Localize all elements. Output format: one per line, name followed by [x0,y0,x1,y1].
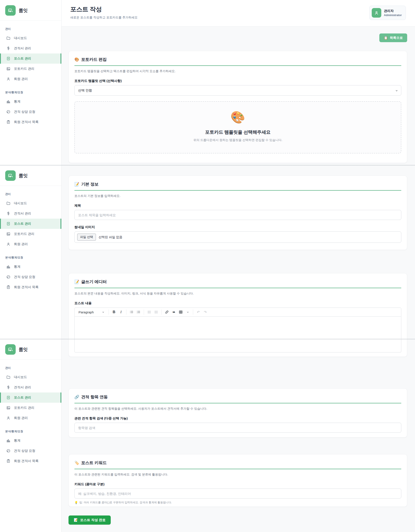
template-select-value: 선택 안함 [78,88,92,93]
redo-button[interactable]: ↷ [202,309,208,315]
template-select-label: 포토카드 템플릿 선택 (선택사항) [74,79,401,83]
keywords-card: 🏷️ 포스트 키워드 이 포스트와 관련된 키워드를 입력하세요. 검색 및 분… [69,454,407,507]
template-empty-hint: 위의 드롭다운에서 원하는 템플릿을 선택하면 편집할 수 있습니다. [79,138,396,142]
link-button[interactable] [164,309,170,315]
estimate-icon [6,46,10,51]
sidebar-nav: 관리 대시보드 견적서 관리 포스트 관리 포토카드 관리 [0,186,61,294]
sidebar-item-members[interactable]: 회원 관리 [0,239,61,249]
sidebar-item-label: 대시보드 [14,201,27,205]
sidebar-item-label: 회원 관리 [14,77,28,81]
sidebar-item-stats[interactable]: 통계 [0,96,61,107]
template-select[interactable]: 선택 안함 [74,85,401,96]
card-accent-underline [74,403,401,403]
photocard-icon [6,406,10,410]
sidebar-item-consult-requests[interactable]: 견적 상담 요청 [0,446,61,456]
keywords-description: 이 포스트와 관련된 키워드를 입력하세요. 검색 및 분류에 활용됩니다. [74,473,401,476]
file-status-text: 선택된 파일 없음 [99,235,122,239]
sidebar-item-label: 포스트 관리 [14,57,31,61]
memo-icon: 📝 [74,279,79,284]
card-accent-underline [74,469,401,469]
sidebar-item-estimates[interactable]: 견적서 관리 [0,209,61,219]
submit-post-button[interactable]: 📝 포스트 작성 완료 [69,515,111,525]
card-accent-underline [74,66,401,66]
lightbulb-icon: 💡 [74,501,78,504]
basic-info-card: 📝 기본 정보 포스트의 기본 정보를 입력하세요. 제목 썸네일 이미지 파일… [69,176,407,250]
page-header: 포스트 작성 새로운 포스트를 작성하고 포토카드를 추가하세요 관리자 Adm… [61,0,415,27]
photocard-icon [6,67,10,71]
sidebar-item-posts[interactable]: 포스트 관리 [0,219,61,229]
photocard-editor-card: 🎨 포토카드 편집 포토카드 템플릿을 선택하고 텍스트를 편집하여 시각적 요… [69,51,407,163]
insert-table-button[interactable] [178,309,184,315]
sidebar-item-label: 포스트 관리 [14,396,31,400]
table-options-chevron-icon[interactable] [184,309,191,315]
undo-button[interactable]: ↶ [195,309,202,315]
sidebar-item-member-estimates[interactable]: 회원 견적서 목록 [0,456,61,466]
toolbar-separator [126,309,126,315]
sidebar-item-estimates[interactable]: 견적서 관리 [0,43,61,53]
toolbar-separator [193,309,193,315]
thumbnail-label: 썸네일 이미지 [74,225,401,229]
outdent-button[interactable] [146,309,152,315]
bold-button[interactable]: B [111,309,117,315]
stats-icon [6,100,10,104]
sidebar-item-dashboard[interactable]: 대시보드 [0,33,61,43]
estimate-search-input[interactable] [74,423,401,433]
sidebar-item-stats[interactable]: 통계 [0,262,61,272]
brand-logo-row: 룸잇 [0,339,61,360]
screenshot-stitch-seam [0,165,415,166]
palette-large-icon: 🎨 [79,111,396,123]
basic-info-description: 포스트의 기본 정보를 입력하세요. [74,194,401,198]
nav-section-label-analytics: 분석/통계/요청 [0,252,61,262]
page-title: 포스트 작성 [70,5,406,13]
sidebar-item-photocards[interactable]: 포토카드 관리 [0,403,61,413]
sidebar-item-dashboard[interactable]: 대시보드 [0,372,61,382]
consult-icon [6,449,10,453]
post-title-label: 제목 [74,204,401,208]
sidebar-item-members[interactable]: 회원 관리 [0,74,61,84]
brand-name: 룸잇 [19,346,28,352]
sidebar-item-photocards[interactable]: 포토카드 관리 [0,64,61,74]
sidebar-item-member-estimates[interactable]: 회원 견적서 목록 [0,117,61,127]
indent-button[interactable] [153,309,159,315]
back-to-list-button[interactable]: 📋 목록으로 [379,33,407,42]
editor-card-title: 📝 글쓰기 에디터 [74,279,401,285]
basic-info-card-title: 📝 기본 정보 [74,181,401,187]
sidebar-item-label: 통계 [14,438,20,443]
sidebar-item-label: 대시보드 [14,375,27,379]
app-root: 룸잇 관리 대시보드 견적서 관리 포스트 관리 포토카드 관리 [0,0,415,532]
admin-user-badge[interactable]: 관리자 Administrator [369,6,406,20]
admin-name: 관리자 [384,9,402,13]
thumbnail-file-field: 파일 선택 선택된 파일 없음 [74,231,401,243]
sidebar-item-consult-requests[interactable]: 견적 상담 요청 [0,107,61,117]
memo-icon: 📝 [74,518,78,522]
sidebar-item-members[interactable]: 회원 관리 [0,413,61,423]
admin-role: Administrator [384,14,402,17]
keywords-input[interactable] [74,489,401,499]
writing-editor-card: 📝 글쓰기 에디터 포스트의 본문 내용을 작성하세요. 이미지, 링크, 서식… [69,273,407,357]
file-select-button[interactable]: 파일 선택 [77,234,96,241]
post-content-label: 포스트 내용 [74,301,401,305]
sidebar-item-photocards[interactable]: 포토카드 관리 [0,229,61,239]
post-title-input[interactable] [74,210,401,220]
italic-button[interactable]: I [118,309,124,315]
sidebar-item-estimates[interactable]: 견적서 관리 [0,382,61,392]
brand-logo-row: 룸잇 [0,165,61,186]
sidebar-item-label: 회원 관리 [14,242,28,246]
bullet-list-button[interactable] [128,309,135,315]
blockquote-button[interactable]: ❝ [170,309,177,315]
sidebar-item-label: 포토카드 관리 [14,67,34,71]
sidebar-item-posts[interactable]: 포스트 관리 [0,392,61,403]
keywords-card-title: 🏷️ 포스트 키워드 [74,460,401,466]
template-empty-title: 포토카드 템플릿을 선택해주세요 [79,129,396,135]
sidebar-item-stats[interactable]: 통계 [0,436,61,446]
brand-logo-icon [5,5,16,16]
numbered-list-button[interactable]: 12 [135,309,142,315]
sidebar-item-member-estimates[interactable]: 회원 견적서 목록 [0,282,61,292]
sidebar-item-consult-requests[interactable]: 견적 상담 요청 [0,272,61,282]
paragraph-style-dropdown[interactable]: Paragraph [76,309,107,315]
sidebar-item-posts[interactable]: 포스트 관리 [0,53,61,64]
sidebar-item-dashboard[interactable]: 대시보드 [0,198,61,209]
screenshot-stitch-seam [0,339,415,340]
member-icon [6,416,10,420]
editor-content-area[interactable] [74,317,401,352]
